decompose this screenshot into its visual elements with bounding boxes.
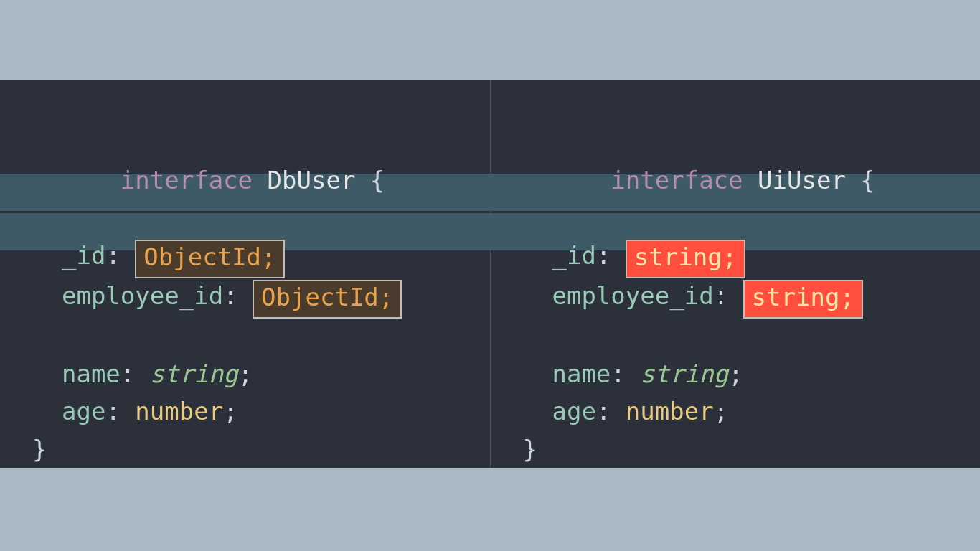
blank-line — [523, 317, 966, 355]
right-id-type-highlight: string; — [626, 240, 745, 278]
left-close-brace: } — [32, 430, 476, 468]
left-line-employee: employee_id: ObjectId; — [32, 277, 476, 317]
left-type-name: DbUser — [268, 166, 356, 194]
left-line-age: age: number; — [32, 392, 476, 430]
right-employee-type-highlight: string; — [743, 280, 863, 319]
right-type-name: UiUser — [758, 166, 846, 194]
right-line-age: age: number; — [523, 392, 966, 430]
right-line-id: _id: string; — [523, 237, 966, 277]
left-line-name: name: string; — [32, 355, 476, 393]
left-code-pane: interface DbUser { _id: ObjectId; employ… — [0, 80, 490, 468]
left-employee-type-highlight: ObjectId; — [253, 280, 402, 319]
open-brace: { — [370, 166, 385, 194]
right-line-name: name: string; — [523, 355, 966, 393]
right-close-brace: } — [523, 430, 966, 468]
right-line-employee: employee_id: string; — [523, 277, 966, 317]
keyword-interface: interface — [611, 166, 743, 194]
left-line-id: _id: ObjectId; — [32, 237, 476, 277]
left-declaration: interface DbUser { — [32, 123, 476, 237]
keyword-interface: interface — [121, 166, 253, 194]
right-declaration: interface UiUser { — [523, 123, 966, 237]
left-id-type-highlight: ObjectId; — [135, 240, 284, 278]
code-comparison: interface DbUser { _id: ObjectId; employ… — [0, 80, 980, 468]
blank-line — [32, 317, 476, 355]
right-code-pane: interface UiUser { _id: string; employee… — [491, 80, 981, 468]
open-brace: { — [860, 166, 875, 194]
